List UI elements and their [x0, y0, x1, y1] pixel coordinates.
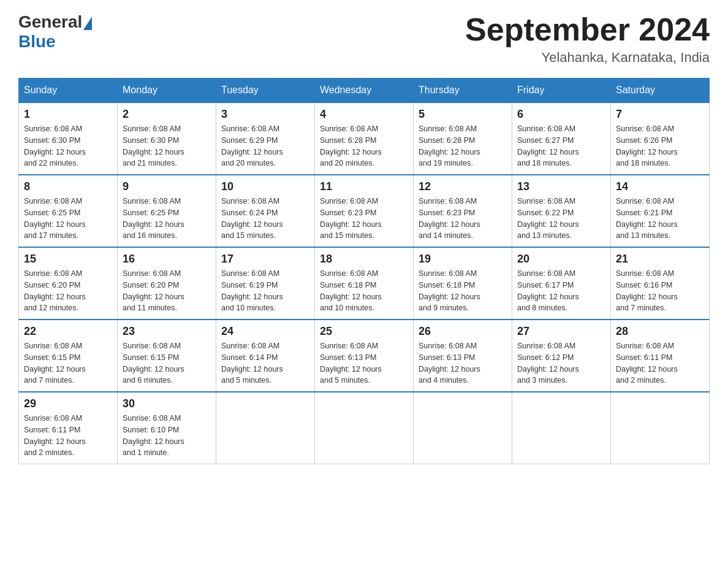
calendar-table: SundayMondayTuesdayWednesdayThursdayFrid…	[18, 78, 710, 464]
day-number: 18	[320, 253, 408, 266]
calendar-cell: 4Sunrise: 6:08 AMSunset: 6:28 PMDaylight…	[315, 102, 414, 175]
day-number: 12	[419, 180, 507, 193]
day-number: 1	[24, 108, 112, 121]
day-number: 21	[616, 253, 704, 266]
calendar-week-row: 29Sunrise: 6:08 AMSunset: 6:11 PMDayligh…	[19, 392, 710, 464]
calendar-cell: 26Sunrise: 6:08 AMSunset: 6:13 PMDayligh…	[414, 320, 512, 392]
calendar-cell: 2Sunrise: 6:08 AMSunset: 6:30 PMDaylight…	[118, 102, 216, 175]
day-info: Sunrise: 6:08 AMSunset: 6:30 PMDaylight:…	[123, 123, 211, 169]
calendar-cell: 24Sunrise: 6:08 AMSunset: 6:14 PMDayligh…	[216, 320, 315, 392]
day-number: 4	[320, 108, 408, 121]
calendar-cell: 8Sunrise: 6:08 AMSunset: 6:25 PMDaylight…	[19, 175, 118, 247]
title-section: September 2024 Yelahanka, Karnataka, Ind…	[465, 12, 710, 66]
day-info: Sunrise: 6:08 AMSunset: 6:20 PMDaylight:…	[24, 268, 112, 314]
calendar-week-row: 1Sunrise: 6:08 AMSunset: 6:30 PMDaylight…	[19, 102, 710, 175]
calendar-week-row: 8Sunrise: 6:08 AMSunset: 6:25 PMDaylight…	[19, 175, 710, 247]
day-info: Sunrise: 6:08 AMSunset: 6:27 PMDaylight:…	[517, 123, 605, 169]
day-number: 24	[221, 325, 309, 338]
day-number: 16	[123, 253, 211, 266]
day-info: Sunrise: 6:08 AMSunset: 6:29 PMDaylight:…	[221, 123, 309, 169]
day-info: Sunrise: 6:08 AMSunset: 6:15 PMDaylight:…	[24, 340, 112, 386]
calendar-week-row: 15Sunrise: 6:08 AMSunset: 6:20 PMDayligh…	[19, 247, 710, 320]
day-info: Sunrise: 6:08 AMSunset: 6:18 PMDaylight:…	[419, 268, 507, 314]
day-number: 9	[123, 180, 211, 193]
day-info: Sunrise: 6:08 AMSunset: 6:19 PMDaylight:…	[221, 268, 309, 314]
day-number: 13	[517, 180, 605, 193]
calendar-cell: 25Sunrise: 6:08 AMSunset: 6:13 PMDayligh…	[315, 320, 414, 392]
calendar-cell: 27Sunrise: 6:08 AMSunset: 6:12 PMDayligh…	[512, 320, 611, 392]
day-info: Sunrise: 6:08 AMSunset: 6:21 PMDaylight:…	[616, 196, 704, 242]
day-info: Sunrise: 6:08 AMSunset: 6:30 PMDaylight:…	[24, 123, 112, 169]
day-number: 11	[320, 180, 408, 193]
calendar-title: September 2024	[465, 12, 710, 47]
calendar-cell: 30Sunrise: 6:08 AMSunset: 6:10 PMDayligh…	[118, 392, 216, 464]
day-number: 14	[616, 180, 704, 193]
day-number: 22	[24, 325, 112, 338]
day-info: Sunrise: 6:08 AMSunset: 6:10 PMDaylight:…	[123, 413, 211, 459]
day-info: Sunrise: 6:08 AMSunset: 6:26 PMDaylight:…	[616, 123, 704, 169]
day-number: 28	[616, 325, 704, 338]
calendar-cell	[315, 392, 414, 464]
column-header-wednesday: Wednesday	[315, 79, 414, 103]
day-info: Sunrise: 6:08 AMSunset: 6:23 PMDaylight:…	[320, 196, 408, 242]
calendar-cell	[216, 392, 315, 464]
calendar-cell: 10Sunrise: 6:08 AMSunset: 6:24 PMDayligh…	[216, 175, 315, 247]
column-header-saturday: Saturday	[611, 79, 710, 103]
day-number: 17	[221, 253, 309, 266]
calendar-cell: 13Sunrise: 6:08 AMSunset: 6:22 PMDayligh…	[512, 175, 611, 247]
day-number: 15	[24, 253, 112, 266]
calendar-cell	[512, 392, 611, 464]
day-number: 25	[320, 325, 408, 338]
page-header: General Blue September 2024 Yelahanka, K…	[18, 12, 710, 66]
day-info: Sunrise: 6:08 AMSunset: 6:28 PMDaylight:…	[320, 123, 408, 169]
day-number: 19	[419, 253, 507, 266]
calendar-cell: 28Sunrise: 6:08 AMSunset: 6:11 PMDayligh…	[611, 320, 710, 392]
column-header-friday: Friday	[512, 79, 611, 103]
day-number: 3	[221, 108, 309, 121]
day-info: Sunrise: 6:08 AMSunset: 6:25 PMDaylight:…	[123, 196, 211, 242]
day-info: Sunrise: 6:08 AMSunset: 6:14 PMDaylight:…	[221, 340, 309, 386]
calendar-cell: 5Sunrise: 6:08 AMSunset: 6:28 PMDaylight…	[414, 102, 512, 175]
calendar-cell: 18Sunrise: 6:08 AMSunset: 6:18 PMDayligh…	[315, 247, 414, 320]
column-header-sunday: Sunday	[19, 79, 118, 103]
day-number: 7	[616, 108, 704, 121]
day-info: Sunrise: 6:08 AMSunset: 6:15 PMDaylight:…	[123, 340, 211, 386]
calendar-cell: 21Sunrise: 6:08 AMSunset: 6:16 PMDayligh…	[611, 247, 710, 320]
day-info: Sunrise: 6:08 AMSunset: 6:16 PMDaylight:…	[616, 268, 704, 314]
calendar-cell: 19Sunrise: 6:08 AMSunset: 6:18 PMDayligh…	[414, 247, 512, 320]
logo-triangle-icon	[83, 17, 92, 30]
calendar-header-row: SundayMondayTuesdayWednesdayThursdayFrid…	[19, 79, 710, 103]
day-info: Sunrise: 6:08 AMSunset: 6:12 PMDaylight:…	[517, 340, 605, 386]
calendar-cell: 16Sunrise: 6:08 AMSunset: 6:20 PMDayligh…	[118, 247, 216, 320]
calendar-cell: 6Sunrise: 6:08 AMSunset: 6:27 PMDaylight…	[512, 102, 611, 175]
day-info: Sunrise: 6:08 AMSunset: 6:20 PMDaylight:…	[123, 268, 211, 314]
calendar-cell: 7Sunrise: 6:08 AMSunset: 6:26 PMDaylight…	[611, 102, 710, 175]
day-number: 26	[419, 325, 507, 338]
calendar-cell: 22Sunrise: 6:08 AMSunset: 6:15 PMDayligh…	[19, 320, 118, 392]
logo-blue-text: Blue	[18, 32, 92, 52]
calendar-cell: 9Sunrise: 6:08 AMSunset: 6:25 PMDaylight…	[118, 175, 216, 247]
day-info: Sunrise: 6:08 AMSunset: 6:23 PMDaylight:…	[419, 196, 507, 242]
day-number: 6	[517, 108, 605, 121]
day-number: 29	[24, 397, 112, 410]
day-info: Sunrise: 6:08 AMSunset: 6:18 PMDaylight:…	[320, 268, 408, 314]
day-number: 23	[123, 325, 211, 338]
column-header-tuesday: Tuesday	[216, 79, 315, 103]
calendar-cell: 23Sunrise: 6:08 AMSunset: 6:15 PMDayligh…	[118, 320, 216, 392]
day-info: Sunrise: 6:08 AMSunset: 6:13 PMDaylight:…	[419, 340, 507, 386]
day-number: 27	[517, 325, 605, 338]
day-info: Sunrise: 6:08 AMSunset: 6:17 PMDaylight:…	[517, 268, 605, 314]
day-info: Sunrise: 6:08 AMSunset: 6:13 PMDaylight:…	[320, 340, 408, 386]
day-info: Sunrise: 6:08 AMSunset: 6:22 PMDaylight:…	[517, 196, 605, 242]
day-number: 8	[24, 180, 112, 193]
logo: General Blue	[18, 12, 92, 52]
day-info: Sunrise: 6:08 AMSunset: 6:25 PMDaylight:…	[24, 196, 112, 242]
calendar-cell: 14Sunrise: 6:08 AMSunset: 6:21 PMDayligh…	[611, 175, 710, 247]
calendar-cell: 1Sunrise: 6:08 AMSunset: 6:30 PMDaylight…	[19, 102, 118, 175]
calendar-cell: 29Sunrise: 6:08 AMSunset: 6:11 PMDayligh…	[19, 392, 118, 464]
calendar-cell: 3Sunrise: 6:08 AMSunset: 6:29 PMDaylight…	[216, 102, 315, 175]
calendar-cell: 11Sunrise: 6:08 AMSunset: 6:23 PMDayligh…	[315, 175, 414, 247]
day-number: 30	[123, 397, 211, 410]
day-info: Sunrise: 6:08 AMSunset: 6:11 PMDaylight:…	[616, 340, 704, 386]
day-info: Sunrise: 6:08 AMSunset: 6:24 PMDaylight:…	[221, 196, 309, 242]
